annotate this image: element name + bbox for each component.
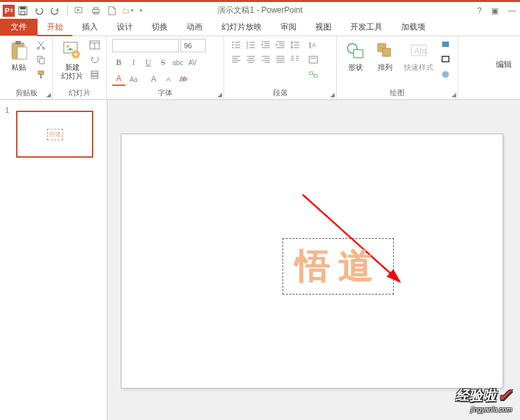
font-launcher[interactable]: ◢ [217, 91, 222, 98]
tab-file[interactable]: 文件 [0, 19, 38, 36]
numbering-button[interactable]: 123 [244, 39, 258, 51]
format-painter-icon[interactable] [35, 68, 47, 81]
svg-rect-24 [91, 76, 98, 78]
qat-customize-icon[interactable]: ▾ [140, 7, 142, 13]
ribbon-options-button[interactable]: ▣ [491, 6, 499, 15]
tab-developer[interactable]: 开发工具 [341, 19, 392, 36]
tab-design[interactable]: 设计 [107, 19, 142, 36]
slide-thumbnail-1[interactable]: 1 悟道 [7, 111, 100, 158]
justify-button[interactable] [274, 53, 287, 65]
shape-outline-icon[interactable] [440, 54, 452, 66]
shrink-font-button[interactable]: A [162, 72, 175, 86]
shape-fill-icon[interactable] [440, 39, 452, 51]
app-suffix: 3 [10, 8, 13, 13]
tab-insert[interactable]: 插入 [72, 19, 107, 36]
quickstyles-label: 快速样式 [404, 63, 433, 72]
decrease-indent-button[interactable] [259, 39, 272, 51]
increase-indent-button[interactable] [274, 39, 287, 51]
paste-button[interactable]: 粘贴 [5, 39, 32, 73]
tab-review[interactable]: 审阅 [271, 19, 306, 36]
tab-view[interactable]: 视图 [306, 19, 341, 36]
new-slide-label: 新建 幻灯片 [61, 63, 83, 81]
font-label: 字体 [112, 88, 218, 99]
align-right-button[interactable] [259, 53, 272, 65]
qat-separator [67, 5, 68, 16]
play-from-start-icon[interactable] [74, 5, 85, 16]
svg-rect-1 [20, 7, 25, 9]
slides-label: 幻灯片 [58, 88, 101, 99]
bold-button[interactable]: B [112, 56, 125, 69]
copy-icon[interactable] [35, 54, 47, 66]
paste-label: 粘贴 [11, 63, 26, 72]
drawing-launcher[interactable]: ◢ [452, 91, 456, 98]
open-dropdown[interactable]: ▾ [131, 7, 134, 13]
slide-canvas[interactable]: 悟道 [107, 100, 520, 420]
open-icon[interactable]: ▾ [123, 5, 134, 16]
smartart-icon[interactable] [307, 68, 319, 81]
new-icon[interactable] [107, 5, 117, 16]
wordart-textbox[interactable]: 悟道 [282, 238, 394, 295]
group-editing: 编辑 [458, 36, 520, 99]
help-button[interactable]: ? [477, 6, 482, 15]
clear-format-button[interactable]: A [176, 72, 190, 86]
bullets-button[interactable] [229, 39, 243, 51]
quick-access-toolbar: ▾ ▾ [17, 5, 142, 16]
watermark-text: 经验啦 [456, 386, 496, 405]
tab-animations[interactable]: 动画 [177, 19, 212, 36]
thumbnail-panel: 1 悟道 [0, 100, 107, 420]
font-color-a[interactable]: A [112, 72, 125, 86]
wordart-text[interactable]: 悟道 [295, 247, 381, 285]
reset-icon[interactable] [89, 54, 101, 66]
layout-icon[interactable] [89, 39, 101, 51]
shadow-button[interactable]: abc [171, 56, 185, 69]
line-spacing-button[interactable] [289, 39, 302, 51]
svg-point-17 [66, 45, 69, 48]
align-left-button[interactable] [229, 53, 243, 65]
font-name-input[interactable] [112, 39, 179, 52]
align-text-icon[interactable] [307, 54, 319, 66]
svg-text:3: 3 [246, 46, 248, 50]
redo-icon[interactable] [50, 5, 60, 16]
paragraph-launcher[interactable]: ◢ [330, 91, 335, 98]
tab-home[interactable]: 开始 [38, 19, 72, 36]
shapes-button[interactable]: 形状 [342, 39, 369, 73]
shapes-label: 形状 [348, 63, 363, 72]
svg-rect-22 [91, 71, 98, 73]
columns-button[interactable] [289, 53, 302, 65]
section-icon[interactable] [89, 68, 101, 81]
editing-label[interactable]: 编辑 [496, 59, 512, 70]
tab-slideshow[interactable]: 幻灯片放映 [212, 19, 271, 36]
font-size-input[interactable]: 96 [180, 39, 206, 52]
cut-icon[interactable] [35, 39, 47, 51]
ribbon: 粘贴 剪贴板 ◢ 新建 幻灯片 幻灯片 [0, 36, 520, 100]
quickstyles-icon: Abc [408, 40, 429, 62]
undo-icon[interactable] [34, 5, 44, 16]
svg-point-84 [442, 71, 449, 78]
clipboard-launcher[interactable]: ◢ [46, 91, 51, 98]
underline-button[interactable]: U [142, 56, 155, 69]
tab-transitions[interactable]: 切换 [142, 19, 177, 36]
svg-rect-82 [442, 42, 449, 47]
text-direction-icon[interactable]: ‖A [307, 39, 319, 51]
strike-button[interactable]: S [156, 56, 170, 69]
tab-addins[interactable]: 加载项 [392, 19, 435, 36]
char-spacing-button[interactable]: AV [186, 56, 199, 69]
slide[interactable]: 悟道 [121, 134, 503, 388]
new-slide-button[interactable]: 新建 幻灯片 [58, 39, 86, 82]
svg-point-28 [232, 44, 233, 46]
change-case-button[interactable]: Aa [127, 72, 140, 86]
align-center-button[interactable] [244, 53, 258, 65]
save-icon[interactable] [17, 5, 28, 16]
italic-button[interactable]: I [127, 56, 140, 69]
svg-rect-8 [15, 41, 21, 44]
arrange-label: 排列 [378, 63, 393, 72]
arrange-button[interactable]: 排列 [372, 39, 399, 73]
watermark: 经验啦 ✓ jingyanla.com [456, 385, 512, 413]
svg-rect-72 [309, 56, 317, 63]
quickstyles-button[interactable]: Abc 快速样式 [401, 39, 436, 73]
grow-font-button[interactable]: A [147, 72, 160, 86]
minimize-button[interactable]: — [508, 6, 516, 15]
print-icon[interactable] [91, 5, 101, 16]
watermark-main: 经验啦 ✓ [456, 385, 512, 406]
shape-effects-icon[interactable] [440, 68, 452, 81]
